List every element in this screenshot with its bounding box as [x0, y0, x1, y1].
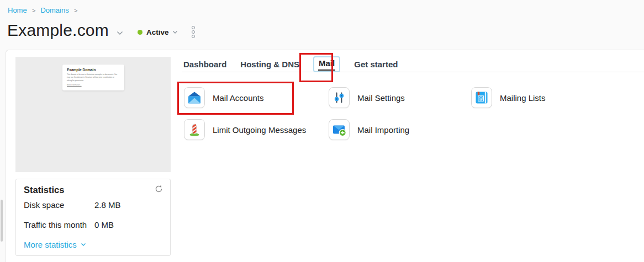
stat-value: 2.8 MB: [94, 200, 121, 210]
stat-label: Traffic this month: [24, 220, 87, 229]
site-preview-content: Example Domain This domain is for use in…: [62, 65, 124, 90]
tool-label: Mail Importing: [357, 125, 409, 135]
domain-dropdown-chevron-icon[interactable]: [117, 28, 123, 38]
tool-label: Mailing Lists: [500, 93, 546, 103]
stat-value: 0 MB: [94, 220, 114, 229]
tab-bar: Dashboard Hosting & DNS Mail Get started: [183, 57, 398, 72]
tool-label: Limit Outgoing Messages: [213, 125, 306, 135]
tab-mail-label: Mail: [318, 58, 335, 71]
domain-actions-kebab-icon[interactable]: [190, 24, 197, 40]
breadcrumb: Home > Domains >: [8, 6, 77, 14]
breadcrumb-home-link[interactable]: Home: [8, 6, 27, 14]
site-preview-thumbnail[interactable]: Example Domain This domain is for use in…: [15, 57, 171, 172]
more-statistics-label: More statistics: [24, 240, 77, 249]
preview-body: This domain is for use in illustrative e…: [67, 73, 120, 82]
tool-mail-accounts[interactable]: Mail Accounts: [184, 87, 264, 108]
mail-importing-icon: [329, 119, 350, 140]
chevron-down-icon: [81, 243, 86, 247]
tool-label: Mail Accounts: [213, 93, 264, 103]
tool-label: Mail Settings: [357, 93, 405, 103]
tool-limit-outgoing[interactable]: Limit Outgoing Messages: [184, 119, 306, 140]
preview-link: More information...: [67, 84, 120, 86]
mail-settings-icon: [329, 87, 350, 108]
refresh-icon[interactable]: [154, 184, 163, 196]
svg-text:@: @: [479, 96, 483, 101]
status-chevron-icon: [172, 30, 178, 34]
preview-heading: Example Domain: [67, 68, 120, 72]
tool-mail-settings[interactable]: Mail Settings: [329, 87, 405, 108]
mail-accounts-icon: [184, 87, 205, 108]
limit-outgoing-icon: [184, 119, 205, 140]
status-dot-icon: [138, 30, 142, 35]
mailing-lists-icon: @: [471, 87, 492, 108]
tab-mail[interactable]: Mail: [313, 56, 340, 72]
tab-hosting-dns[interactable]: Hosting & DNS: [240, 57, 299, 69]
breadcrumb-separator: >: [32, 7, 36, 14]
breadcrumb-separator: >: [74, 7, 78, 14]
tab-divider: [182, 72, 644, 72]
page-title: Example.com: [7, 21, 109, 40]
statistics-title: Statistics: [24, 185, 64, 195]
tool-mailing-lists[interactable]: @ Mailing Lists: [471, 87, 546, 108]
tool-mail-importing[interactable]: Mail Importing: [329, 119, 409, 140]
tab-dashboard[interactable]: Dashboard: [183, 57, 226, 69]
more-statistics-link[interactable]: More statistics: [24, 240, 86, 249]
statistics-panel: Statistics Disk space 2.8 MB Traffic thi…: [15, 179, 171, 256]
plesk-domain-page: Home > Domains > Example.com Active Exam…: [0, 0, 644, 262]
tab-get-started[interactable]: Get started: [354, 57, 398, 69]
scrollbar-thumb[interactable]: [1, 200, 3, 242]
stat-label: Disk space: [24, 200, 64, 210]
breadcrumb-domains-link[interactable]: Domains: [40, 6, 68, 14]
status-badge[interactable]: Active: [138, 28, 178, 36]
domain-title-row: Example.com Active: [7, 21, 197, 40]
status-label: Active: [146, 28, 169, 36]
